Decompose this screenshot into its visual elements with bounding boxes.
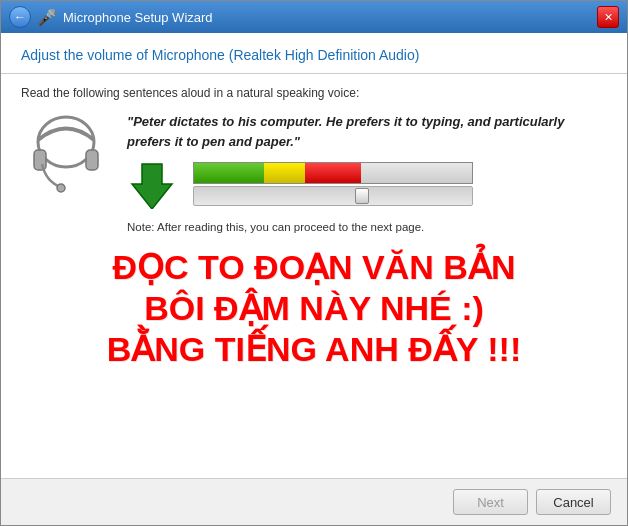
headset-area	[21, 112, 111, 202]
overlay-text-area: ĐỌC TO ĐOẠN VĂN BẢN BÔI ĐẬM NÀY NHÉ :) B…	[21, 241, 607, 375]
quote-text: "Peter dictates to his computer. He pref…	[127, 112, 607, 151]
overlay-line-1: ĐỌC TO ĐOẠN VĂN BẢN	[31, 247, 597, 288]
svg-marker-4	[132, 164, 172, 209]
back-button[interactable]: ←	[9, 6, 31, 28]
page-title: Adjust the volume of Microphone (Realtek…	[21, 47, 607, 63]
vol-green-segment	[194, 163, 264, 183]
footer: Next Cancel	[1, 478, 627, 525]
wizard-window: ← 🎤 Microphone Setup Wizard ✕ Adjust the…	[0, 0, 628, 526]
green-arrow-icon	[127, 159, 177, 209]
cancel-button[interactable]: Cancel	[536, 489, 611, 515]
overlay-line-3: BẰNG TIẾNG ANH ĐẤY !!!	[31, 329, 597, 370]
title-icon: 🎤	[37, 8, 57, 27]
title-bar-controls: ✕	[597, 6, 619, 28]
header-section: Adjust the volume of Microphone (Realtek…	[1, 33, 627, 74]
title-bar: ← 🎤 Microphone Setup Wizard ✕	[1, 1, 627, 33]
vol-red-segment	[305, 163, 361, 183]
window-title: Microphone Setup Wizard	[63, 10, 213, 25]
title-bar-left: ← 🎤 Microphone Setup Wizard	[9, 6, 597, 28]
vol-yellow-segment	[264, 163, 306, 183]
main-section: Read the following sentences aloud in a …	[1, 74, 627, 478]
middle-row: "Peter dictates to his computer. He pref…	[21, 112, 607, 233]
headset-icon	[26, 112, 106, 202]
volume-bar	[193, 162, 473, 184]
note-text: Note: After reading this, you can procee…	[127, 221, 607, 233]
svg-rect-2	[86, 150, 98, 170]
svg-point-3	[57, 184, 65, 192]
svg-rect-1	[34, 150, 46, 170]
track-bar[interactable]	[193, 186, 473, 206]
close-button[interactable]: ✕	[597, 6, 619, 28]
instruction-text: Read the following sentences aloud in a …	[21, 86, 607, 100]
overlay-line-2: BÔI ĐẬM NÀY NHÉ :)	[31, 288, 597, 329]
volume-arrow-row	[127, 159, 607, 209]
right-panel: "Peter dictates to his computer. He pref…	[127, 112, 607, 233]
next-button[interactable]: Next	[453, 489, 528, 515]
track-thumb[interactable]	[355, 188, 369, 204]
volume-bar-wrapper	[193, 162, 473, 206]
vol-gray-segment	[361, 163, 472, 183]
content-area: Adjust the volume of Microphone (Realtek…	[1, 33, 627, 478]
